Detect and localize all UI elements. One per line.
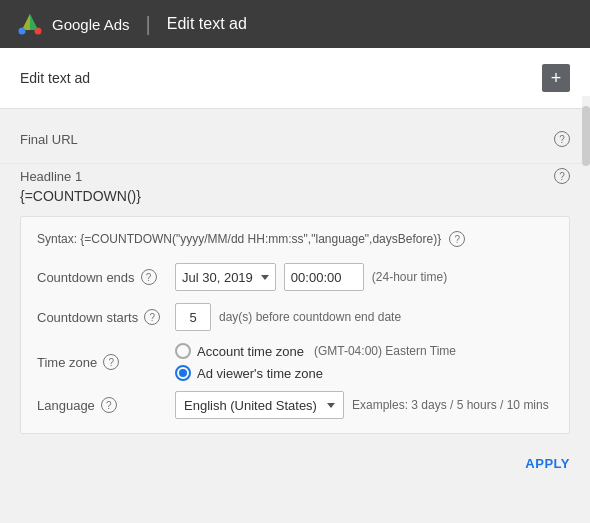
page-title: Edit text ad [167,15,247,33]
timezone-label-group: Time zone ? [37,354,167,370]
language-dropdown[interactable]: English (United States) [175,391,344,419]
timezone-label: Time zone [37,355,97,370]
account-timezone-option[interactable]: Account time zone (GMT-04:00) Eastern Ti… [175,343,456,359]
viewer-timezone-label: Ad viewer's time zone [197,366,323,381]
account-timezone-label: Account time zone [197,344,304,359]
days-input[interactable] [175,303,211,331]
apply-row: APPLY [0,446,590,483]
main-wrapper: Edit text ad + Final URL ? Headline 1 ? … [0,48,590,483]
headline1-label: Headline 1 [20,169,82,184]
google-ads-logo-icon [16,10,44,38]
language-label: Language [37,398,95,413]
countdown-starts-row: Countdown starts ? day(s) before countdo… [37,303,553,331]
viewer-timezone-radio[interactable] [175,365,191,381]
language-help-icon[interactable]: ? [101,397,117,413]
countdown-ends-label-group: Countdown ends ? [37,269,167,285]
language-value: English (United States) [184,398,317,413]
timezone-help-icon[interactable]: ? [103,354,119,370]
timezone-row: Time zone ? Account time zone (GMT-04:00… [37,343,553,381]
final-url-row: Final URL ? [20,121,570,151]
add-button[interactable]: + [542,64,570,92]
account-timezone-note: (GMT-04:00) Eastern Time [314,344,456,358]
final-url-help-icon[interactable]: ? [554,131,570,147]
language-example: Examples: 3 days / 5 hours / 10 mins [352,398,549,412]
language-chevron-icon [327,403,335,408]
countdown-starts-help-icon[interactable]: ? [144,309,160,325]
header: Google Ads | Edit text ad [0,0,590,48]
brand-name: Google Ads [52,16,130,33]
viewer-timezone-option[interactable]: Ad viewer's time zone [175,365,456,381]
date-picker[interactable]: Jul 30, 2019 [175,263,276,291]
syntax-row: Syntax: {=COUNTDOWN("yyyy/MM/dd HH:mm:ss… [37,231,553,247]
final-url-label: Final URL [20,132,78,147]
headline1-section: Headline 1 ? {=COUNTDOWN()} [0,164,590,216]
header-logo: Google Ads [16,10,130,38]
headline1-label-row: Headline 1 ? [20,168,570,184]
final-url-section: Final URL ? [0,109,590,164]
language-label-group: Language ? [37,397,167,413]
syntax-help-icon[interactable]: ? [449,231,465,247]
countdown-ends-help-icon[interactable]: ? [141,269,157,285]
radio-inner-dot [179,369,187,377]
countdown-panel: Syntax: {=COUNTDOWN("yyyy/MM/dd HH:mm:ss… [20,216,570,434]
days-note: day(s) before countdown end date [219,310,401,324]
time-input[interactable] [284,263,364,291]
svg-marker-5 [22,14,38,30]
apply-button[interactable]: APPLY [525,456,570,471]
syntax-text: Syntax: {=COUNTDOWN("yyyy/MM/dd HH:mm:ss… [37,232,441,246]
headline1-value: {=COUNTDOWN()} [20,188,570,204]
timezone-radio-group: Account time zone (GMT-04:00) Eastern Ti… [175,343,456,381]
countdown-starts-label-group: Countdown starts ? [37,309,167,325]
scrollbar-thumb[interactable] [582,106,590,166]
countdown-starts-label: Countdown starts [37,310,138,325]
language-row: Language ? English (United States) Examp… [37,391,553,419]
headline1-help-icon[interactable]: ? [554,168,570,184]
scrollbar-track[interactable] [582,96,590,483]
date-chevron-icon [261,275,269,280]
edit-text-ad-section: Edit text ad + [0,48,590,109]
hour-note: (24-hour time) [372,270,447,284]
account-timezone-radio[interactable] [175,343,191,359]
header-divider: | [146,13,151,36]
edit-section-title: Edit text ad [20,70,90,86]
countdown-ends-label: Countdown ends [37,270,135,285]
date-value: Jul 30, 2019 [182,270,253,285]
countdown-ends-row: Countdown ends ? Jul 30, 2019 (24-hour t… [37,263,553,291]
